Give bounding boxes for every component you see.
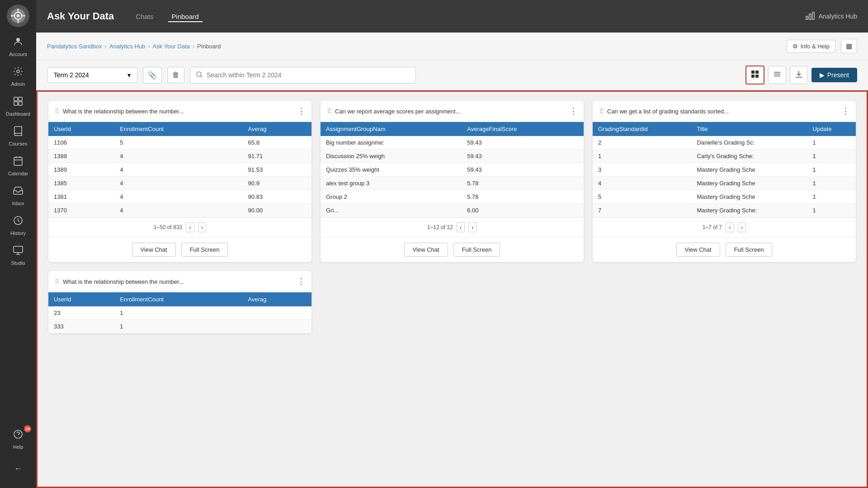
courses-icon	[13, 126, 24, 139]
svg-rect-12	[19, 102, 22, 105]
card-1-col-0: UserId	[48, 122, 114, 136]
sidebar-item-account[interactable]: Account	[2, 33, 34, 61]
drag-handle-2[interactable]: ⠿	[327, 108, 331, 115]
card-3-view-chat[interactable]: View Chat	[676, 243, 720, 257]
card-4-menu[interactable]: ⋮	[297, 277, 305, 286]
card-1-page-info: 1–50 of 833	[154, 224, 182, 230]
card-3-col-0: GradingStandardId	[593, 122, 691, 136]
card-3-full-screen[interactable]: Full Screen	[726, 243, 773, 257]
drag-handle-4[interactable]: ⠿	[55, 278, 59, 285]
sidebar-logo[interactable]	[7, 5, 29, 27]
sidebar-item-inbox[interactable]: Inbox	[2, 182, 34, 210]
breadcrumb-actions: ⚙ Info & Help ▦	[787, 39, 857, 53]
page-title: Ask Your Data	[47, 10, 114, 22]
card-1-full-screen[interactable]: Full Screen	[181, 243, 228, 257]
sidebar-item-calendar[interactable]: Calendar	[2, 152, 34, 180]
list-view-button[interactable]	[768, 66, 786, 84]
sidebar-item-courses[interactable]: Courses	[2, 122, 34, 150]
term-selector[interactable]: Term 2 2024 ▾	[47, 67, 137, 83]
card-1-prev[interactable]: ‹	[186, 222, 194, 232]
nav-chats[interactable]: Chats	[132, 11, 157, 22]
card-2-full-screen[interactable]: Full Screen	[453, 243, 500, 257]
breadcrumb-ask-your-data[interactable]: Ask Your Data	[153, 43, 190, 50]
card-2-next[interactable]: ›	[468, 222, 477, 232]
svg-rect-25	[812, 12, 814, 19]
present-button[interactable]: ▶ Present	[811, 68, 857, 82]
table-row: 3331	[48, 320, 311, 333]
card-3-title: Can we get a list of grading standards s…	[607, 108, 838, 115]
sidebar-item-dashboard[interactable]: Dashboard	[2, 92, 34, 120]
embed-button[interactable]: ▦	[841, 39, 857, 53]
sidebar-item-help[interactable]: 10 Help	[2, 425, 34, 453]
table-row: 1388491.71	[48, 150, 311, 163]
card-4: ⠿ What is the relationship between the n…	[48, 271, 311, 333]
sidebar-collapse-button[interactable]: ←	[2, 460, 34, 477]
card-1-footer: View Chat Full Screen	[48, 237, 311, 262]
table-row: 4Mastery Grading Sche1	[593, 177, 856, 190]
pinboard-grid: ⠿ What is the relationship between the n…	[48, 101, 856, 262]
card-1-next[interactable]: ›	[198, 222, 207, 232]
card-1-menu[interactable]: ⋮	[297, 106, 305, 116]
sidebar-item-label-account: Account	[9, 52, 27, 57]
breadcrumb-pandalytics[interactable]: Pandalytics Sandbox	[47, 43, 102, 50]
card-3-col-2: Update	[807, 122, 856, 136]
table-row: 2Danielle's Grading Sc:1	[593, 136, 856, 150]
sidebar-item-label-calendar: Calendar	[8, 171, 28, 176]
studio-icon	[13, 245, 24, 258]
pin-button[interactable]: 📎	[143, 67, 162, 84]
card-2-prev[interactable]: ‹	[457, 222, 465, 232]
admin-icon	[13, 66, 24, 80]
card-1-view-chat[interactable]: View Chat	[132, 243, 176, 257]
help-badge: 10	[24, 425, 31, 432]
delete-button[interactable]: 🗑	[167, 67, 184, 83]
sidebar-item-history[interactable]: History	[2, 211, 34, 239]
card-1-pagination: 1–50 of 833 ‹ ›	[48, 217, 311, 237]
card-2-pagination: 1–12 of 12 ‹ ›	[321, 217, 584, 237]
info-help-button[interactable]: ⚙ Info & Help	[787, 40, 835, 53]
table-row: 1381490.83	[48, 190, 311, 204]
card-2-menu[interactable]: ⋮	[569, 106, 577, 116]
download-button[interactable]	[790, 66, 808, 84]
svg-line-27	[201, 75, 203, 77]
sidebar-item-admin[interactable]: Admin	[2, 62, 34, 90]
toolbar-right: ▶ Present	[745, 66, 857, 84]
table-row: 3Mastery Grading Sche1	[593, 163, 856, 177]
sidebar-item-studio[interactable]: Studio	[2, 241, 34, 269]
analytics-hub-link[interactable]: Analytics Hub	[806, 11, 857, 22]
table-row: 231	[48, 306, 311, 320]
breadcrumb-sep-2: ›	[148, 43, 150, 50]
embed-icon: ▦	[846, 42, 852, 50]
card-1-table: UserId EnrollmentCount Averag 1106565.81…	[48, 122, 311, 217]
card-3-menu[interactable]: ⋮	[841, 106, 849, 116]
breadcrumb-analytics-hub[interactable]: Analytics Hub	[109, 43, 145, 50]
drag-handle-3[interactable]: ⠿	[599, 108, 604, 115]
nav-pinboard[interactable]: Pinboard	[168, 11, 203, 22]
grid-view-button[interactable]	[745, 66, 764, 84]
card-2-header: ⠿ Can we report average scores per assig…	[321, 101, 584, 122]
search-input[interactable]	[207, 71, 410, 79]
card-3-prev[interactable]: ‹	[726, 222, 734, 232]
table-row: Quizzes 35% weight59.43	[321, 163, 584, 177]
card-3-next[interactable]: ›	[738, 222, 746, 232]
sidebar-item-label-studio: Studio	[11, 260, 25, 266]
table-row: 1385490.9	[48, 177, 311, 190]
card-4-col-1: EnrollmentCount	[114, 292, 242, 306]
search-box	[190, 67, 416, 84]
card-4-title: What is the relationship between the num…	[63, 278, 293, 285]
card-3-pagination: 1–7 of 7 ‹ ›	[593, 217, 856, 237]
sidebar-item-label-history: History	[10, 230, 26, 236]
table-row: 1389491.53	[48, 163, 311, 177]
card-2-view-chat[interactable]: View Chat	[404, 243, 448, 257]
pin-icon: 📎	[148, 71, 157, 80]
svg-rect-30	[751, 75, 755, 78]
collapse-icon: ←	[14, 464, 22, 474]
svg-rect-18	[14, 246, 23, 253]
card-3-page-info: 1–7 of 7	[703, 224, 722, 230]
drag-handle-1[interactable]: ⠿	[55, 108, 59, 115]
table-row: 5Mastery Grading Sche1	[593, 190, 856, 204]
svg-rect-31	[755, 75, 759, 78]
table-row: Big number assignme:59.43	[321, 136, 584, 150]
sidebar: Account Admin Dashboard Courses Calendar…	[0, 0, 36, 488]
help-icon	[13, 429, 24, 442]
sidebar-item-label-dashboard: Dashboard	[6, 111, 30, 117]
